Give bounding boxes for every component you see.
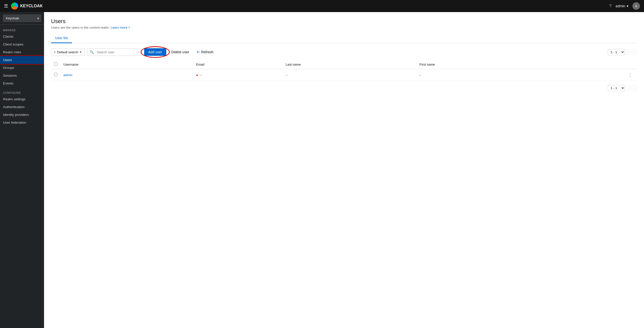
realm-dropdown[interactable]: Keycloak — [3, 15, 41, 22]
sidebar-item-authentication[interactable]: Authentication — [0, 103, 44, 111]
keycloak-logo-icon — [11, 3, 18, 10]
sidebar-item-events[interactable]: Events — [0, 79, 44, 87]
col-email: Email — [193, 60, 283, 69]
sidebar-item-sessions[interactable]: Sessions — [0, 72, 44, 79]
page-title: Users — [51, 18, 637, 25]
sidebar-item-realm-settings[interactable]: Realm settings — [0, 95, 44, 103]
avatar-label: A — [635, 4, 637, 8]
sidebar-item-identity-providers[interactable]: Identity providers — [0, 111, 44, 119]
sidebar-item-label: Sessions — [3, 74, 17, 77]
email-value: – — [200, 73, 202, 77]
filter-dropdown[interactable]: ▿ Default search ▼ — [51, 49, 85, 56]
filter-label: Default search — [57, 50, 78, 54]
lastname-value: – — [286, 73, 287, 77]
col-username: Username — [60, 60, 193, 69]
sidebar-item-label: Identity providers — [3, 113, 29, 117]
tabs: User list — [51, 33, 637, 43]
select-all-header — [51, 60, 60, 69]
row-firstname-cell: – — [417, 69, 552, 81]
add-user-button[interactable]: Add user — [144, 48, 166, 56]
table-header-row: Username Email Last name First name — [51, 60, 637, 69]
hamburger-icon[interactable]: ☰ — [4, 3, 8, 9]
sidebar-item-groups[interactable]: Groups — [0, 64, 44, 72]
user-label: admin — [616, 4, 625, 8]
main-content: Users Users are the users in the current… — [44, 12, 644, 328]
refresh-button[interactable]: ↻ Refresh — [194, 48, 216, 56]
sidebar-item-label: Groups — [3, 66, 14, 70]
prev-page-button[interactable]: ‹ — [626, 49, 631, 55]
search-arrow-icon[interactable]: → — [134, 49, 141, 56]
col-username-label: Username — [63, 63, 78, 66]
refresh-icon: ↻ — [197, 50, 200, 54]
search-wrap: 🔍 → — [87, 48, 142, 56]
sidebar-item-label: Users — [3, 58, 12, 62]
sidebar-item-users-wrap: Users — [0, 56, 44, 64]
bottom-per-page-select[interactable]: 1 - 1 1 - 20 — [608, 85, 625, 91]
sidebar-item-clients[interactable]: Clients — [0, 33, 44, 40]
bottom-pagination: 1 - 1 1 - 20 ‹ › — [51, 85, 637, 91]
tab-user-list[interactable]: User list — [51, 33, 72, 43]
search-input[interactable] — [96, 49, 134, 56]
sidebar-item-label: Clients — [3, 35, 13, 38]
filter-caret-icon: ▼ — [79, 51, 82, 54]
sidebar-item-label: Authentication — [3, 105, 25, 109]
col-actions — [552, 60, 637, 69]
sidebar-item-label: Realm settings — [3, 97, 25, 101]
refresh-label: Refresh — [201, 50, 213, 54]
col-lastname-label: Last name — [286, 63, 301, 66]
col-firstname: First name — [417, 60, 552, 69]
sidebar-item-label: Client scopes — [3, 42, 23, 46]
row-checkbox[interactable] — [54, 73, 57, 76]
external-link-icon: ↗ — [128, 26, 130, 29]
select-all-checkbox[interactable] — [54, 62, 57, 66]
topbar: ☰ KEYCLOAK ? admin ▾ A — [0, 0, 644, 12]
col-lastname: Last name — [283, 60, 416, 69]
firstname-value: – — [420, 73, 421, 77]
col-firstname-label: First name — [420, 63, 435, 66]
row-action-button[interactable]: ⋮ — [626, 72, 634, 78]
subtitle-text: Users are the users in the current realm… — [51, 26, 110, 29]
add-user-highlight-wrap: Add user — [144, 48, 166, 56]
sidebar-item-label: Events — [3, 81, 13, 85]
toolbar-pagination: 1 - 1 1 - 20 ‹ › — [608, 49, 637, 55]
sidebar-item-client-scopes[interactable]: Client scopes — [0, 40, 44, 48]
brand-label: KEYCLOAK — [20, 4, 43, 8]
manage-section-label: Manage — [0, 25, 44, 33]
learn-more-label: Learn more — [111, 26, 127, 29]
filter-icon: ▿ — [54, 50, 56, 54]
page-subtitle: Users are the users in the current realm… — [51, 26, 637, 29]
bottom-prev-page-button[interactable]: ‹ — [626, 85, 631, 91]
logo: KEYCLOAK — [11, 3, 43, 10]
tab-user-list-label: User list — [55, 36, 68, 40]
avatar[interactable]: A — [632, 2, 640, 10]
configure-section-label: Configure — [0, 87, 44, 95]
sidebar-item-label: Realm roles — [3, 50, 21, 54]
table-row: admin ● – – – ⋮ — [51, 69, 637, 81]
col-email-label: Email — [196, 63, 205, 66]
email-warning-icon: ● — [196, 73, 198, 77]
realm-label: Keycloak — [6, 16, 19, 20]
delete-user-label: Delete user — [171, 50, 189, 54]
bottom-next-page-button[interactable]: › — [632, 85, 637, 91]
search-icon: 🔍 — [88, 50, 96, 54]
row-checkbox-cell — [51, 69, 60, 81]
users-table: Username Email Last name First name — [51, 60, 637, 81]
row-actions-cell: ⋮ — [552, 69, 637, 81]
row-email-cell: ● – — [193, 69, 283, 81]
user-caret-icon: ▾ — [627, 4, 628, 8]
sidebar-item-realm-roles[interactable]: Realm roles — [0, 48, 44, 56]
next-page-button[interactable]: › — [632, 49, 637, 55]
toolbar: ▿ Default search ▼ 🔍 → Add user Delete u… — [51, 48, 637, 56]
user-menu[interactable]: admin ▾ — [616, 4, 628, 8]
row-lastname-cell: – — [283, 69, 416, 81]
row-username-cell: admin — [60, 69, 193, 81]
sidebar-item-label: User federation — [3, 121, 26, 124]
learn-more-link[interactable]: Learn more ↗ — [111, 26, 130, 29]
user-link[interactable]: admin — [63, 73, 72, 77]
delete-user-button[interactable]: Delete user — [169, 48, 192, 56]
per-page-select[interactable]: 1 - 1 1 - 20 — [608, 49, 625, 55]
sidebar-item-users[interactable]: Users — [0, 56, 44, 64]
realm-selector[interactable]: Keycloak — [0, 12, 44, 25]
sidebar-item-user-federation[interactable]: User federation — [0, 119, 44, 126]
help-icon[interactable]: ? — [609, 4, 612, 8]
